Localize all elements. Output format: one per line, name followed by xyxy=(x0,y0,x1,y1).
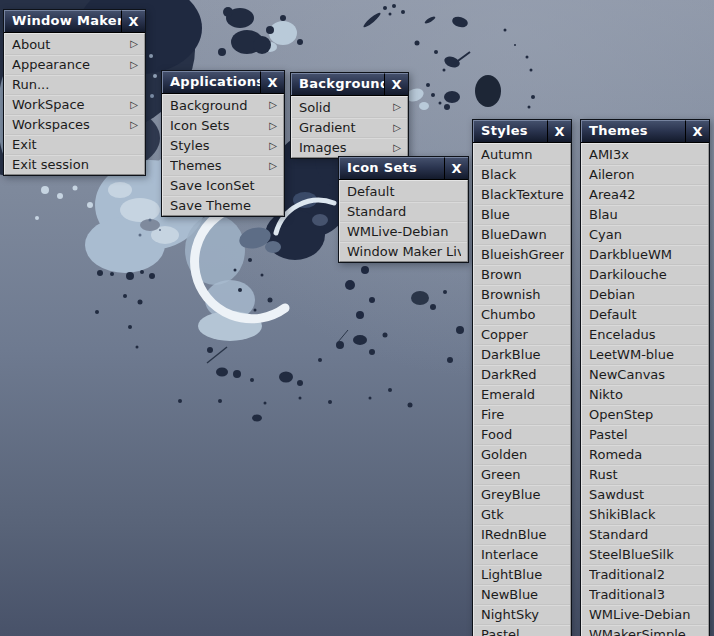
close-button[interactable]: X xyxy=(547,120,571,142)
menu-item-pastel[interactable]: Pastel xyxy=(474,624,570,636)
menu-item-blacktexture[interactable]: BlackTexture xyxy=(474,184,570,204)
menu-item-chumbo[interactable]: Chumbo xyxy=(474,304,570,324)
menu-item-window-maker-live[interactable]: Window Maker Live xyxy=(340,241,467,261)
menu-item-interlace[interactable]: Interlace xyxy=(474,544,570,564)
menu-body: About▷Appearance▷Run...WorkSpace▷Workspa… xyxy=(4,33,145,175)
menu-item-lightblue[interactable]: LightBlue xyxy=(474,564,570,584)
menu-item-gradient[interactable]: Gradient▷ xyxy=(292,117,407,137)
menu-item-area42[interactable]: Area42 xyxy=(582,184,708,204)
menu-item-nightsky[interactable]: NightSky xyxy=(474,604,570,624)
menu-item-newcanvas[interactable]: NewCanvas xyxy=(582,364,708,384)
menu-item-workspace[interactable]: WorkSpace▷ xyxy=(5,94,144,114)
menu-item-label: DarkBlue xyxy=(481,347,564,362)
menu-item-wmlive-debian[interactable]: WMLive-Debian xyxy=(582,604,708,624)
menu-item-emerald[interactable]: Emerald xyxy=(474,384,570,404)
menu-item-bluedawn[interactable]: BlueDawn xyxy=(474,224,570,244)
menu-item-brownish[interactable]: Brownish xyxy=(474,284,570,304)
menu-item-label: Interlace xyxy=(481,547,564,562)
menu-item-steelbluesilk[interactable]: SteelBlueSilk xyxy=(582,544,708,564)
menu-item-darkilouche[interactable]: Darkilouche xyxy=(582,264,708,284)
menu-item-workspaces[interactable]: Workspaces▷ xyxy=(5,114,144,134)
menu-item-golden[interactable]: Golden xyxy=(474,444,570,464)
menu-item-darkred[interactable]: DarkRed xyxy=(474,364,570,384)
menu-item-pastel[interactable]: Pastel xyxy=(582,424,708,444)
menu-item-autumn[interactable]: Autumn xyxy=(474,144,570,164)
titlebar[interactable]: Themes X xyxy=(581,120,709,143)
close-button[interactable]: X xyxy=(444,157,468,179)
menu-item-background[interactable]: Background▷ xyxy=(163,95,283,115)
menu-item-romeda[interactable]: Romeda xyxy=(582,444,708,464)
titlebar[interactable]: Window Maker X xyxy=(4,10,145,33)
menu-item-traditional3[interactable]: Traditional3 xyxy=(582,584,708,604)
menu-item-nikto[interactable]: Nikto xyxy=(582,384,708,404)
menu-item-openstep[interactable]: OpenStep xyxy=(582,404,708,424)
menu-item-label: Traditional3 xyxy=(589,587,702,602)
close-button[interactable]: X xyxy=(260,71,284,93)
close-icon: X xyxy=(692,125,702,138)
menu-item-label: Nikto xyxy=(589,387,702,402)
menu-item-wmakersimple[interactable]: WMakerSimple xyxy=(582,624,708,636)
menu-item-label: Green xyxy=(481,467,564,482)
menu-item-food[interactable]: Food xyxy=(474,424,570,444)
menu-item-copper[interactable]: Copper xyxy=(474,324,570,344)
menu-item-images[interactable]: Images▷ xyxy=(292,137,407,157)
titlebar[interactable]: Background X xyxy=(291,73,408,96)
menu-item-styles[interactable]: Styles▷ xyxy=(163,135,283,155)
menu-item-label: Window Maker Live xyxy=(347,244,461,259)
menu-item-label: Themes xyxy=(170,158,263,173)
menu-item-shikiblack[interactable]: ShikiBlack xyxy=(582,504,708,524)
menu-item-solid[interactable]: Solid▷ xyxy=(292,97,407,117)
menu-title: Icon Sets xyxy=(339,157,444,179)
menu-item-appearance[interactable]: Appearance▷ xyxy=(5,54,144,74)
submenu-arrow-icon: ▷ xyxy=(269,161,277,171)
menu-item-traditional2[interactable]: Traditional2 xyxy=(582,564,708,584)
menu-item-standard[interactable]: Standard xyxy=(340,201,467,221)
menu-item-label: Pastel xyxy=(589,427,702,442)
menu-item-ami3x[interactable]: AMI3x xyxy=(582,144,708,164)
menu-item-default[interactable]: Default xyxy=(582,304,708,324)
menu-item-label: Romeda xyxy=(589,447,702,462)
submenu-arrow-icon: ▷ xyxy=(393,123,401,133)
menu-item-leetwm-blue[interactable]: LeetWM-blue xyxy=(582,344,708,364)
menu-item-exit-session[interactable]: Exit session xyxy=(5,154,144,174)
menu-item-label: OpenStep xyxy=(589,407,702,422)
menu-item-rust[interactable]: Rust xyxy=(582,464,708,484)
menu-item-brown[interactable]: Brown xyxy=(474,264,570,284)
menu-item-black[interactable]: Black xyxy=(474,164,570,184)
menu-item-standard[interactable]: Standard xyxy=(582,524,708,544)
menu-item-newblue[interactable]: NewBlue xyxy=(474,584,570,604)
menu-item-run[interactable]: Run... xyxy=(5,74,144,94)
menu-item-label: Autumn xyxy=(481,147,564,162)
menu-item-themes[interactable]: Themes▷ xyxy=(163,155,283,175)
menu-item-blue[interactable]: Blue xyxy=(474,204,570,224)
menu-item-label: LeetWM-blue xyxy=(589,347,702,362)
close-button[interactable]: X xyxy=(121,10,145,32)
menu-item-default[interactable]: Default xyxy=(340,181,467,201)
menu-item-cyan[interactable]: Cyan xyxy=(582,224,708,244)
titlebar[interactable]: Icon Sets X xyxy=(339,157,468,180)
menu-item-blau[interactable]: Blau xyxy=(582,204,708,224)
menu-item-enceladus[interactable]: Enceladus xyxy=(582,324,708,344)
menu-item-darkblue[interactable]: DarkBlue xyxy=(474,344,570,364)
menu-item-gtk[interactable]: Gtk xyxy=(474,504,570,524)
menu-item-aileron[interactable]: Aileron xyxy=(582,164,708,184)
menu-item-darkbluewm[interactable]: DarkblueWM xyxy=(582,244,708,264)
menu-item-blueishgreen[interactable]: BlueishGreen xyxy=(474,244,570,264)
menu-item-icon-sets[interactable]: Icon Sets▷ xyxy=(163,115,283,135)
menu-item-exit[interactable]: Exit xyxy=(5,134,144,154)
menu-item-save-theme[interactable]: Save Theme xyxy=(163,195,283,215)
menu-item-debian[interactable]: Debian xyxy=(582,284,708,304)
menu-item-greyblue[interactable]: GreyBlue xyxy=(474,484,570,504)
menu-item-about[interactable]: About▷ xyxy=(5,34,144,54)
titlebar[interactable]: Applications X xyxy=(162,71,284,94)
close-button[interactable]: X xyxy=(685,120,709,142)
titlebar[interactable]: Styles X xyxy=(473,120,571,143)
menu-item-label: Fire xyxy=(481,407,564,422)
menu-item-save-iconset[interactable]: Save IconSet xyxy=(163,175,283,195)
menu-item-sawdust[interactable]: Sawdust xyxy=(582,484,708,504)
menu-item-fire[interactable]: Fire xyxy=(474,404,570,424)
menu-item-green[interactable]: Green xyxy=(474,464,570,484)
menu-item-irednblue[interactable]: IRednBlue xyxy=(474,524,570,544)
menu-item-wmlive-debian[interactable]: WMLive-Debian xyxy=(340,221,467,241)
close-button[interactable]: X xyxy=(384,73,408,95)
